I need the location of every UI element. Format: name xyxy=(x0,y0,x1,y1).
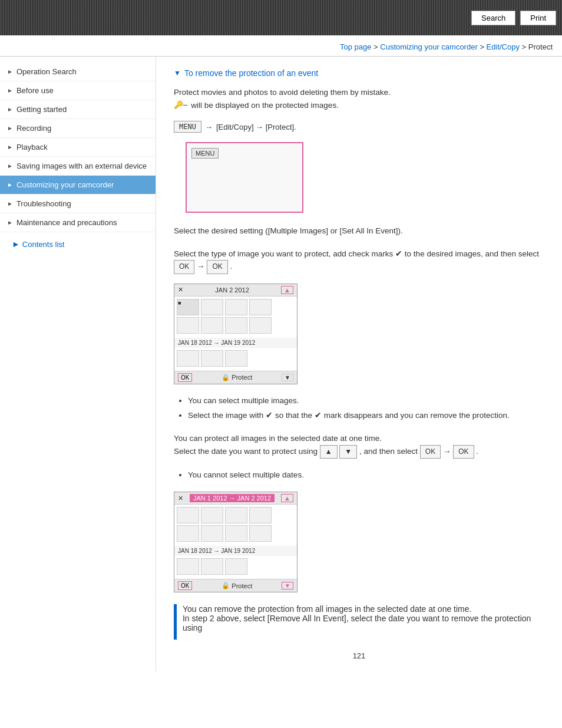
sidebar-item-label: Operation Search xyxy=(16,67,77,76)
sidebar-item-getting-started[interactable]: ► Getting started xyxy=(0,100,156,119)
header: Search Print xyxy=(0,0,562,35)
arrow-icon: ► xyxy=(7,68,13,75)
image-grid-1: ✕ JAN 2 2012 ▲ ■ xyxy=(174,284,297,384)
image-cell xyxy=(201,317,223,334)
protect-icon: 🔒 xyxy=(222,374,230,381)
sidebar-item-troubleshooting[interactable]: ► Troubleshooting xyxy=(0,195,156,213)
sidebar-item-label: Playback xyxy=(16,143,48,151)
image-cell xyxy=(225,525,247,542)
image-cell xyxy=(201,350,223,367)
sidebar-item-saving-images[interactable]: ► Saving images with an external device xyxy=(0,157,156,176)
arrow-icon: ► xyxy=(7,87,13,94)
image-cell xyxy=(225,507,247,523)
select-setting: Select the desired setting ([Multiple Im… xyxy=(174,225,544,238)
sidebar-item-playback[interactable]: ► Playback xyxy=(0,138,156,157)
select-setting-text: Select the desired setting ([Multiple Im… xyxy=(174,225,544,238)
page-number: 121 xyxy=(174,651,544,660)
grid2-header: ✕ JAN 1 2012 → JAN 2 2012 ▲ xyxy=(174,492,297,505)
sidebar-item-label: Saving images with an external device xyxy=(16,162,147,170)
contents-list-link[interactable]: ► Contents list xyxy=(0,232,156,256)
image-cell xyxy=(225,350,247,367)
sidebar-item-customizing[interactable]: ► Customizing your camcorder xyxy=(0,176,156,195)
arrow-icon: ► xyxy=(7,182,13,188)
image-grid-2: ✕ JAN 1 2012 → JAN 2 2012 ▲ JAN 1 xyxy=(174,492,297,592)
grid1-down-icon: ▼ xyxy=(282,374,293,381)
image-row-6 xyxy=(174,556,297,577)
sidebar-item-label: Before use xyxy=(16,86,54,95)
checkmark-icon: ✔ xyxy=(395,249,405,258)
ok-button-3: OK xyxy=(420,445,441,459)
section-title: ▼ To remove the protection of an event xyxy=(174,68,544,78)
grid1-date2: JAN 18 2012 → JAN 19 2012 xyxy=(174,338,297,348)
image-row-1: ■ xyxy=(177,299,295,315)
ok-button-1: OK xyxy=(174,260,194,274)
grid1-protect-label: 🔒 Protect xyxy=(222,374,252,381)
screen-mockup-1: MENU xyxy=(186,142,303,213)
grid2-footer: OK 🔒 Protect ▼ xyxy=(174,579,297,592)
arrow-icon: ► xyxy=(7,125,13,131)
contents-arrow-icon: ► xyxy=(12,239,20,249)
protect-all-line2: Select the date you want to protect usin… xyxy=(174,445,544,459)
sidebar: ► Operation Search ► Before use ► Gettin… xyxy=(0,57,156,672)
main-content: ▼ To remove the protection of an event P… xyxy=(156,57,562,672)
sidebar-item-label: Recording xyxy=(16,124,51,133)
intro-block: Protect movies and photos to avoid delet… xyxy=(174,86,544,111)
breadcrumb-top[interactable]: Top page xyxy=(340,42,372,51)
protect-text-2: Protect xyxy=(232,582,252,589)
image-cell xyxy=(177,507,199,523)
menu-path-text: [Edit/Copy] → [Protect]. xyxy=(216,123,296,131)
grid2-body xyxy=(174,505,297,546)
sidebar-item-maintenance[interactable]: ► Maintenance and precautions xyxy=(0,213,156,232)
sidebar-item-before-use[interactable]: ► Before use xyxy=(0,81,156,100)
sidebar-item-operation-search[interactable]: ► Operation Search xyxy=(0,62,156,81)
grid1-footer: OK 🔒 Protect ▼ xyxy=(174,371,297,384)
sidebar-item-label: Troubleshooting xyxy=(16,199,71,208)
protect-icon-2: 🔒 xyxy=(222,582,230,589)
protect-all-line1: You can protect all images in the select… xyxy=(174,432,544,445)
image-row-3 xyxy=(174,348,297,369)
sidebar-item-label: Customizing your camcorder xyxy=(16,180,114,189)
grid2-close: ✕ xyxy=(178,495,183,502)
grid2-date1: JAN 1 2012 → JAN 2 2012 xyxy=(190,494,275,502)
note-line1: You can remove the protection from all i… xyxy=(183,604,544,614)
sidebar-item-recording[interactable]: ► Recording xyxy=(0,119,156,138)
image-cell xyxy=(201,507,223,523)
blue-bar xyxy=(174,604,177,640)
image-cell xyxy=(249,299,272,315)
grid1-close: ✕ xyxy=(178,286,183,294)
grid1-up-icon: ▲ xyxy=(281,286,293,294)
cannot-select-item: You cannot select multiple dates. xyxy=(188,468,544,482)
checkmark-icon-2: ✔ xyxy=(266,410,275,420)
print-button[interactable]: Print xyxy=(520,11,556,25)
ok-button-4: OK xyxy=(453,445,474,459)
image-cell xyxy=(249,317,272,334)
note-line2: In step 2 above, select [Remove All In E… xyxy=(183,614,544,633)
grid2-up-icon: ▲ xyxy=(281,494,293,502)
image-cell xyxy=(249,525,272,542)
bullet-item-2: Select the image with ✔ so that the ✔ ma… xyxy=(188,408,544,423)
search-button[interactable]: Search xyxy=(471,11,515,25)
image-cell xyxy=(201,299,223,315)
up-btn: ▲ xyxy=(320,445,338,459)
image-cell xyxy=(225,317,247,334)
menu-path: MENU → [Edit/Copy] → [Protect]. xyxy=(174,121,544,133)
intro-line1: Protect movies and photos to avoid delet… xyxy=(174,86,544,99)
image-cell xyxy=(249,507,272,523)
grid1-ok: OK xyxy=(178,373,192,382)
sidebar-item-label: Getting started xyxy=(16,105,67,114)
image-cell xyxy=(225,299,247,315)
select-type-text: Select the type of image you want to pro… xyxy=(174,247,544,274)
image-row-4 xyxy=(177,507,295,523)
bullet-list: You can select multiple images. Select t… xyxy=(188,394,544,423)
section-title-text: To remove the protection of an event xyxy=(184,68,318,78)
breadcrumb-editcopy[interactable]: Edit/Copy xyxy=(487,42,520,51)
key-icon: 🔑– xyxy=(174,99,187,111)
triangle-icon: ▼ xyxy=(174,69,181,77)
arrow-icon: ► xyxy=(7,200,13,207)
image-cell xyxy=(177,558,199,575)
breadcrumb-customizing[interactable]: Customizing your camcorder xyxy=(380,42,477,51)
sidebar-item-label: Maintenance and precautions xyxy=(16,218,117,227)
cannot-select-list: You cannot select multiple dates. xyxy=(188,468,544,482)
intro-line2: 🔑– will be displayed on the protected im… xyxy=(174,99,544,112)
grid1-date1: JAN 2 2012 xyxy=(215,286,249,294)
